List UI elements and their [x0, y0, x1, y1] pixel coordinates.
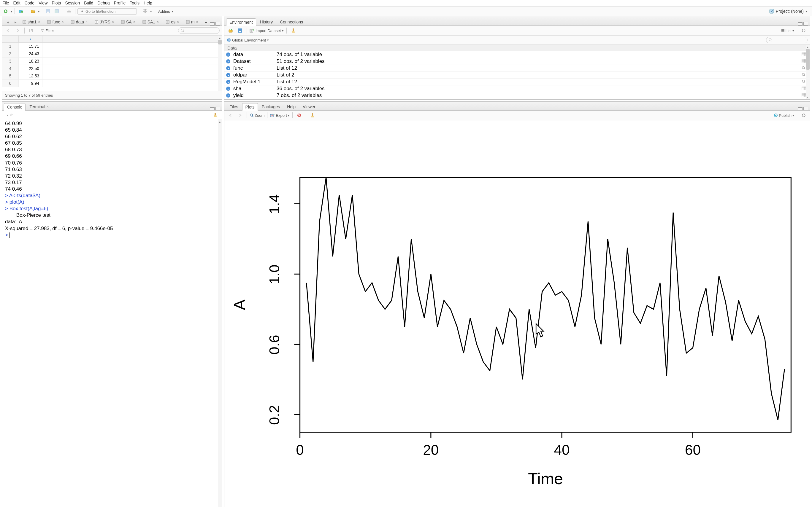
plot-next-button[interactable] [236, 112, 244, 119]
close-icon[interactable]: × [112, 20, 114, 24]
new-project-button[interactable] [17, 8, 24, 15]
source-back-button[interactable] [4, 27, 12, 34]
env-row-yield[interactable]: ▸yield7 obs. of 2 variables [224, 92, 810, 99]
export-button[interactable]: Export ▾ [270, 113, 290, 118]
console-minimize-button[interactable] [210, 107, 214, 110]
filter-button[interactable]: Filter [41, 29, 54, 33]
env-maximize-button[interactable] [803, 22, 808, 25]
nav-fwd-button[interactable]: ▸ [11, 18, 19, 25]
menu-help[interactable]: Help [144, 1, 152, 5]
remove-plot-button[interactable] [295, 112, 303, 119]
open-file-button[interactable] [29, 8, 37, 15]
nav-back-button[interactable]: ◂ [4, 18, 11, 25]
expand-icon[interactable]: ▸ [226, 73, 230, 77]
cell-value[interactable]: 24.43 [19, 50, 42, 58]
env-row-Dataset[interactable]: ▸Dataset51 obs. of 2 variables [224, 58, 810, 65]
menu-view[interactable]: View [39, 1, 48, 5]
recent-files-dropdown[interactable]: ▾ [38, 9, 40, 13]
console-maximize-button[interactable] [215, 107, 220, 110]
tab-plots[interactable]: Plots [242, 103, 258, 111]
menu-build[interactable]: Build [84, 1, 93, 5]
clear-plots-button[interactable] [309, 112, 316, 119]
expand-icon[interactable]: ▸ [226, 66, 230, 70]
popup-button[interactable] [27, 27, 35, 34]
source-tab-SA[interactable]: SA × [118, 18, 139, 25]
tab-console[interactable]: Console [4, 103, 26, 111]
cell-value[interactable]: 12.53 [19, 72, 42, 80]
menu-code[interactable]: Code [24, 1, 35, 5]
env-row-RegModel.1[interactable]: ▸RegModel.1List of 12 [224, 78, 810, 86]
close-icon[interactable]: × [177, 20, 179, 24]
new-file-button[interactable] [2, 8, 9, 15]
tab-files[interactable]: Files [226, 103, 242, 110]
menu-tools[interactable]: Tools [130, 1, 140, 5]
grid-scrollbar[interactable]: ▴ [218, 36, 222, 91]
menu-session[interactable]: Session [65, 1, 80, 5]
print-button[interactable] [65, 8, 73, 15]
tab-viewer[interactable]: Viewer [299, 103, 319, 110]
console-body[interactable]: 64 0.9965 0.8466 0.6267 0.8568 0.7369 0.… [2, 119, 222, 507]
tab-connections[interactable]: Connections [276, 18, 306, 25]
source-tab-func[interactable]: func × [44, 18, 67, 25]
clear-workspace-button[interactable] [289, 27, 297, 34]
menu-profile[interactable]: Profile [114, 1, 126, 5]
publish-button[interactable]: Publish ▾ [774, 113, 794, 118]
source-tab-es[interactable]: es × [163, 18, 182, 25]
menu-plots[interactable]: Plots [52, 1, 61, 5]
source-search-input[interactable] [178, 27, 220, 34]
close-icon[interactable]: × [62, 20, 64, 24]
source-tab-sha1[interactable]: sha1 × [19, 18, 43, 25]
env-scrollbar[interactable]: ▴ ▾ [806, 45, 810, 99]
addins-menu[interactable]: Addins ▾ [156, 9, 175, 14]
env-row-func[interactable]: ▸funcList of 12 [224, 65, 810, 72]
close-icon[interactable]: × [47, 105, 49, 109]
close-icon[interactable]: × [157, 20, 159, 24]
console-scrollbar[interactable]: ▴ ▾ [218, 119, 222, 507]
tab-help[interactable]: Help [284, 103, 299, 110]
menu-debug[interactable]: Debug [97, 1, 109, 5]
cell-value[interactable]: 15.71 [19, 43, 42, 50]
close-icon[interactable]: × [196, 20, 198, 24]
cell-value[interactable]: 18.23 [19, 58, 42, 65]
project-menu[interactable]: R Project: (None) ▾ [769, 9, 810, 14]
more-tabs-button[interactable]: » [202, 18, 210, 25]
env-search-input[interactable] [766, 37, 808, 43]
minimize-pane-button[interactable] [210, 22, 214, 25]
grid-dropdown[interactable]: ▾ [150, 9, 152, 13]
load-workspace-button[interactable] [227, 27, 235, 34]
expand-icon[interactable]: ▸ [226, 53, 230, 57]
plots-maximize-button[interactable] [803, 107, 808, 110]
close-icon[interactable]: × [133, 20, 135, 24]
expand-icon[interactable]: ▸ [226, 94, 230, 98]
new-file-dropdown[interactable]: ▾ [11, 9, 12, 13]
env-row-sha[interactable]: ▸sha36 obs. of 2 variables [224, 86, 810, 92]
close-icon[interactable]: × [86, 20, 88, 24]
source-fwd-button[interactable] [14, 27, 22, 34]
source-tab-JYRS[interactable]: JYRS × [91, 18, 117, 25]
maximize-pane-button[interactable] [215, 22, 220, 25]
tab-packages[interactable]: Packages [258, 103, 283, 110]
env-scope-button[interactable]: Global Environment ▾ [227, 38, 269, 42]
menu-file[interactable]: File [2, 1, 9, 5]
tab-environment[interactable]: Environment [226, 18, 256, 26]
expand-icon[interactable]: ▸ [226, 59, 230, 63]
clear-console-button[interactable] [211, 111, 219, 118]
source-tab-data[interactable]: data × [68, 18, 91, 25]
import-dataset-button[interactable]: Import Dataset ▾ [250, 29, 284, 33]
plot-prev-button[interactable] [227, 112, 235, 119]
list-mode-button[interactable]: List ▾ [781, 29, 794, 33]
source-tab-m[interactable]: m × [183, 18, 202, 25]
expand-icon[interactable]: ▸ [226, 87, 230, 91]
grid-button[interactable] [141, 8, 149, 15]
close-icon[interactable]: × [38, 20, 40, 24]
tab-terminal[interactable]: Terminal × [26, 103, 52, 110]
save-button[interactable] [44, 8, 52, 15]
expand-icon[interactable]: ▸ [226, 80, 230, 84]
env-minimize-button[interactable] [798, 22, 803, 25]
refresh-plot-button[interactable] [800, 112, 808, 119]
plots-minimize-button[interactable] [798, 107, 803, 110]
save-workspace-button[interactable] [236, 27, 244, 34]
menu-edit[interactable]: Edit [13, 1, 20, 5]
source-tab-SA1[interactable]: SA1 × [139, 18, 162, 25]
env-row-data[interactable]: ▸data74 obs. of 1 variable [224, 51, 810, 58]
